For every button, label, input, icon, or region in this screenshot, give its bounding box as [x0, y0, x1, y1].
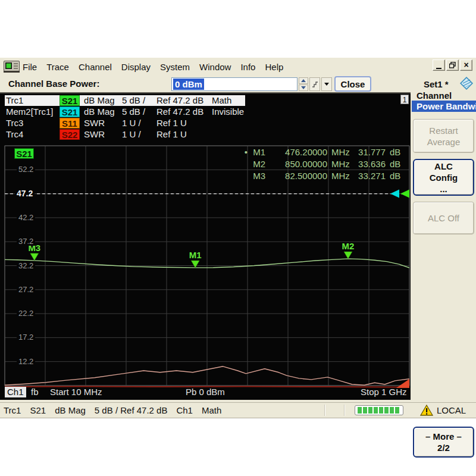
progress-segment	[363, 407, 367, 414]
softkey-menu-selected[interactable]: Power Bandwi	[412, 101, 476, 112]
setup-name-label: Set1 *	[424, 79, 449, 89]
rs-logo-icon	[458, 74, 475, 95]
step-size-icon	[312, 81, 318, 87]
y-axis-label: 32.2	[17, 261, 35, 270]
close-icon: ×	[464, 61, 468, 69]
y-axis-label: 22.2	[17, 309, 35, 318]
progress-segment	[368, 407, 372, 414]
entry-toolbar: Channel Base Power: 0 dBm Close	[0, 76, 476, 93]
channel-label[interactable]: Ch1	[5, 387, 26, 397]
active-marker-bullet: •	[240, 147, 248, 157]
marker-frequency: 850.00000	[265, 159, 327, 169]
marker-value: 31.777	[351, 147, 386, 157]
menu-bar: FileTraceChannelDisplaySystemWindowInfoH…	[0, 58, 476, 76]
y-axis-label: 52.2	[17, 165, 35, 174]
y-axis-ref-label: 47.2	[15, 189, 35, 198]
chevron-down-icon	[301, 86, 306, 89]
y-axis-label: 17.2	[17, 333, 35, 342]
status-item: Math	[202, 405, 221, 415]
status-item: S21	[30, 405, 46, 415]
plot-grid: M1M2M3	[0, 93, 411, 400]
warning-icon[interactable]	[420, 405, 433, 419]
marker-frequency: 476.20000	[265, 147, 327, 157]
y-axis-label: 12.2	[17, 357, 35, 366]
softkey-ellipsis: ...	[440, 183, 447, 195]
marker-name: M2	[248, 159, 265, 169]
restart-average-softkey[interactable]: Restart Average	[413, 119, 474, 153]
marker-name: M3	[248, 171, 265, 181]
softkey-sidebar: Channel Power Bandwi Restart Average ALC…	[411, 93, 476, 400]
analyzer-window: FileTraceChannelDisplaySystemWindowInfoH…	[0, 58, 476, 418]
value-spinner	[299, 77, 308, 91]
minimize-button[interactable]	[433, 60, 445, 71]
more-softkey[interactable]: – More – 2/2	[413, 427, 474, 458]
screenshot-canvas: FileTraceChannelDisplaySystemWindowInfoH…	[0, 0, 476, 476]
marker-label-m2: M2	[342, 241, 355, 251]
chevron-up-icon	[301, 79, 306, 82]
power-value-input[interactable]: 0 dBm	[171, 77, 298, 91]
menu-item-system[interactable]: System	[160, 62, 190, 72]
menu-item-channel[interactable]: Channel	[79, 62, 112, 72]
channel-param-badge: S21	[14, 148, 34, 159]
y-axis-label: 37.2	[17, 237, 35, 246]
sweep-mode-label: fb	[31, 387, 39, 397]
softkey-label: Config	[430, 172, 458, 183]
progress-segment	[395, 407, 399, 414]
restore-button[interactable]	[446, 60, 459, 71]
menu-item-trace[interactable]: Trace	[46, 62, 69, 72]
status-divider	[344, 405, 345, 416]
marker-frequency: 82.500000	[265, 171, 327, 181]
marker-triangle-m3[interactable]	[30, 253, 39, 261]
marker-triangle-m1[interactable]	[191, 261, 199, 268]
step-size-button[interactable]	[309, 77, 320, 91]
progress-segment	[390, 407, 394, 414]
menu-item-display[interactable]: Display	[121, 62, 151, 72]
marker-frequency-unit: MHz	[327, 147, 351, 157]
marker-readout-row: M3 82.500000 MHz 33.271 dB	[240, 170, 402, 181]
menu-item-file[interactable]: File	[23, 62, 37, 72]
marker-label-m1: M1	[189, 250, 202, 260]
marker-value-unit: dB	[386, 147, 402, 157]
marker-frequency-unit: MHz	[327, 159, 351, 169]
minimize-icon	[436, 68, 441, 69]
start-frequency-label: Start 10 MHz	[50, 387, 102, 397]
stop-frequency-label: Stop 1 GHz	[361, 387, 407, 397]
softkey-label: – More –	[425, 431, 462, 442]
marker-value-unit: dB	[386, 159, 402, 169]
close-entry-button[interactable]: Close	[334, 76, 371, 92]
status-item: Trc1	[4, 405, 21, 415]
marker-triangle-m2[interactable]	[344, 252, 352, 259]
softkey-group-title: Channel	[416, 90, 452, 101]
progress-segment	[384, 407, 389, 414]
alc-off-softkey[interactable]: ALC Off	[413, 202, 474, 234]
softkey-label: ALC	[434, 161, 453, 172]
softkey-label: ALC Off	[428, 212, 459, 224]
channel-scale-strip: Ch1 fb Start 10 MHz Pb 0 dBm Stop 1 GHz	[0, 386, 411, 400]
menu-items: FileTraceChannelDisplaySystemWindowInfoH…	[23, 58, 293, 76]
status-bar: Trc1S21dB Mag5 dB / Ref 47.2 dBCh1Math L…	[0, 402, 476, 418]
marker-frequency-unit: MHz	[327, 171, 351, 181]
y-axis-label: 27.2	[17, 285, 35, 294]
unit-dropdown-button[interactable]	[321, 77, 332, 91]
marker-value: 33.636	[351, 159, 386, 169]
status-divider	[324, 405, 325, 416]
close-window-button[interactable]: ×	[460, 60, 472, 71]
sweep-progress-bar	[355, 405, 403, 415]
alc-config-softkey[interactable]: ALC Config ...	[413, 159, 474, 196]
menu-item-help[interactable]: Help	[265, 62, 283, 72]
softkey-page-indicator: 2/2	[437, 442, 450, 453]
status-trace-summary: Trc1S21dB Mag5 dB / Ref 47.2 dBCh1Math	[4, 405, 230, 415]
menu-item-window[interactable]: Window	[199, 62, 231, 72]
diagram-area: Trc1 S21 dB Mag 5 dB / Ref 47.2 dB Math …	[0, 93, 411, 400]
marker-value-unit: dB	[386, 171, 402, 181]
menu-item-info[interactable]: Info	[240, 62, 255, 72]
local-remote-indicator[interactable]: LOCAL	[437, 405, 466, 415]
ref-arrow-trc1-icon	[400, 190, 409, 198]
marker-info-field[interactable]: • M1 476.20000 MHz 31.777 dB M2 850.0000…	[240, 146, 402, 181]
y-axis-label: 42.2	[17, 213, 35, 222]
spin-down-button[interactable]	[299, 84, 308, 91]
spin-up-button[interactable]	[299, 77, 308, 84]
entry-field-label: Channel Base Power:	[8, 79, 99, 89]
instrument-icon[interactable]	[4, 60, 20, 73]
ref-arrow-mem-icon	[390, 190, 399, 198]
